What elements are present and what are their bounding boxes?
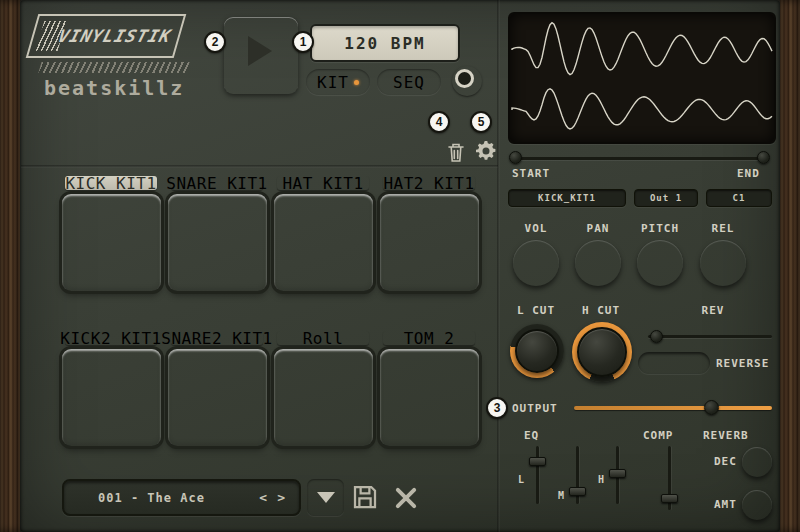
- seq-tab-label: SEQ: [393, 73, 425, 92]
- brand-logo: beatskillz: [44, 76, 184, 100]
- wood-trim-right: [780, 0, 800, 532]
- preset-next-button[interactable]: >: [277, 490, 285, 505]
- kit-tab-label: KIT: [317, 73, 349, 92]
- eq-low-fader-handle[interactable]: [529, 457, 546, 466]
- reverb-amt-label: AMT: [714, 498, 737, 511]
- end-label: END: [737, 167, 760, 180]
- eq-mid-letter: M: [558, 490, 564, 501]
- callout-5: 5: [470, 111, 492, 133]
- drum-pad-row1-2[interactable]: [168, 194, 267, 291]
- x-icon: [392, 484, 420, 512]
- rev-slider-handle[interactable]: [650, 330, 663, 343]
- trash-icon: [446, 141, 466, 163]
- rel-label: REL: [693, 222, 753, 235]
- triangle-down-icon: [317, 492, 335, 503]
- preset-name: 001 - The Ace: [98, 491, 205, 505]
- output-routing-display[interactable]: Out 1: [634, 189, 698, 207]
- pan-knob[interactable]: [575, 240, 621, 286]
- start-handle[interactable]: [509, 151, 522, 164]
- preset-display[interactable]: 001 - The Ace < >: [62, 479, 301, 516]
- rel-knob[interactable]: [700, 240, 746, 286]
- eq-label: EQ: [524, 429, 539, 442]
- output-slider-track[interactable]: [574, 406, 772, 410]
- wood-trim-left: [0, 0, 20, 532]
- pad-name-row1-4[interactable]: HAT2_KIT1: [383, 176, 475, 190]
- drum-pad-row2-1[interactable]: [62, 349, 161, 446]
- vinylistik-plugin-window: VINYLISTIK beatskillz 120 BPM KIT SEQ KI…: [0, 0, 800, 532]
- start-end-slider-track[interactable]: [516, 157, 768, 160]
- vol-knob[interactable]: [513, 240, 559, 286]
- reverb-label: REVERB: [703, 429, 749, 442]
- browse-knob-ring: [455, 69, 474, 88]
- midi-note-display[interactable]: C1: [706, 189, 772, 207]
- drum-pad-row2-3[interactable]: [274, 349, 373, 446]
- comp-label: COMP: [643, 429, 674, 442]
- sample-name-display[interactable]: KICK_KIT1: [508, 189, 626, 207]
- floppy-disk-icon: [350, 482, 380, 512]
- drum-pad-row2-4[interactable]: [380, 349, 479, 446]
- callout-4: 4: [428, 111, 450, 133]
- callout-2: 2: [204, 31, 226, 53]
- reverse-label: REVERSE: [716, 357, 769, 370]
- pitch-knob[interactable]: [637, 240, 683, 286]
- preset-prev-button[interactable]: <: [259, 490, 267, 505]
- pad-name-row1-1[interactable]: KICK_KIT1: [65, 176, 157, 190]
- reverb-dec-knob[interactable]: [742, 447, 772, 477]
- pan-label: PAN: [568, 222, 628, 235]
- lcut-knob[interactable]: [515, 329, 559, 373]
- waveform-display: [508, 12, 776, 144]
- preset-dropdown-button[interactable]: [307, 479, 344, 516]
- eq-mid-fader-handle[interactable]: [569, 487, 586, 496]
- pad-name-row1-2[interactable]: SNARE_KIT1: [171, 176, 263, 190]
- waveform-graphic: [510, 14, 774, 142]
- browse-knob[interactable]: [452, 66, 482, 96]
- callout-3: 3: [486, 397, 508, 419]
- end-handle[interactable]: [757, 151, 770, 164]
- reverb-amt-knob[interactable]: [742, 490, 772, 520]
- kit-active-led: [354, 80, 359, 85]
- rev-label: REV: [683, 304, 743, 317]
- logo-text: VINYLISTIK: [53, 16, 177, 56]
- bpm-value: 120 BPM: [344, 34, 425, 53]
- panel-seam-vertical: [497, 0, 500, 532]
- pad-name-row2-1[interactable]: KICK2_KIT1: [65, 331, 157, 345]
- kit-tab-button[interactable]: KIT: [306, 69, 370, 95]
- eq-low-fader-track[interactable]: [536, 446, 539, 504]
- preset-arrows: < >: [259, 490, 285, 505]
- drum-pad-row1-3[interactable]: [274, 194, 373, 291]
- pad-name-row2-2[interactable]: SNARE2_KIT1: [171, 331, 263, 345]
- waveform-path-upper: [512, 23, 772, 75]
- reverb-dec-label: DEC: [714, 455, 737, 468]
- save-preset-button[interactable]: [350, 481, 382, 513]
- output-label: OUTPUT: [512, 402, 558, 415]
- logo-hatch-strip: [38, 62, 189, 73]
- hcut-label: H CUT: [571, 304, 631, 317]
- delete-preset-button[interactable]: [392, 483, 422, 513]
- reverse-toggle[interactable]: [638, 352, 710, 374]
- play-button[interactable]: [224, 17, 298, 94]
- waveform-path-lower: [512, 89, 772, 129]
- hcut-knob[interactable]: [577, 327, 627, 377]
- pitch-label: PITCH: [630, 222, 690, 235]
- output-slider-handle[interactable]: [704, 400, 719, 415]
- callout-1: 1: [292, 31, 314, 53]
- pad-name-row2-3[interactable]: Roll: [277, 331, 369, 345]
- comp-fader-handle[interactable]: [661, 494, 678, 503]
- drum-pad-row1-4[interactable]: [380, 194, 479, 291]
- settings-button[interactable]: [474, 139, 498, 163]
- rev-slider-track[interactable]: [648, 335, 772, 338]
- start-label: START: [512, 167, 550, 180]
- drum-pad-row2-2[interactable]: [168, 349, 267, 446]
- delete-kit-button[interactable]: [446, 141, 466, 163]
- pad-name-row2-4[interactable]: TOM 2: [383, 331, 475, 345]
- lcut-label: L CUT: [506, 304, 566, 317]
- eq-high-letter: H: [598, 474, 604, 485]
- bpm-display[interactable]: 120 BPM: [310, 24, 460, 62]
- panel-seam-horizontal: [21, 165, 498, 168]
- vol-label: VOL: [506, 222, 566, 235]
- seq-tab-button[interactable]: SEQ: [377, 69, 441, 95]
- pad-name-row1-3[interactable]: HAT_KIT1: [277, 176, 369, 190]
- drum-pad-row1-1[interactable]: [62, 194, 161, 291]
- eq-low-letter: L: [518, 474, 524, 485]
- eq-high-fader-handle[interactable]: [609, 469, 626, 478]
